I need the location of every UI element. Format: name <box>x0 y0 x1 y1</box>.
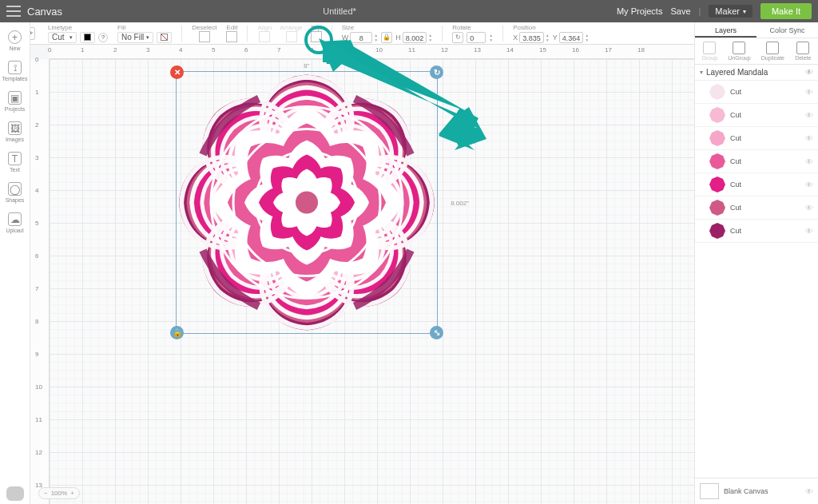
leftbar-item-text[interactable]: TText <box>0 147 30 176</box>
ruler-tick: 16 <box>572 46 579 54</box>
group-button[interactable]: Group <box>702 42 717 61</box>
linetype-label: Linetype <box>48 24 72 31</box>
fill-select[interactable]: No Fill▾ <box>117 32 153 43</box>
leftbar-item-projects[interactable]: ▣Projects <box>0 86 30 115</box>
layer-op: Cut <box>730 204 741 212</box>
tab-layers[interactable]: Layers <box>695 22 756 38</box>
rotate-input[interactable]: 0 <box>467 32 486 43</box>
mandala-artwork[interactable] <box>176 71 438 334</box>
text-icon: T <box>8 152 22 165</box>
layer-thumb <box>709 84 725 100</box>
position-group: Position X3.835▲▼ Y4.364▲▼ <box>513 24 589 43</box>
select-group: Deselect Edit <box>192 24 237 42</box>
visibility-icon[interactable] <box>805 204 813 212</box>
ruler-tick: 18 <box>637 46 645 54</box>
ruler-tick: 1 <box>81 46 84 54</box>
leftbar-item-images[interactable]: 🖼Images <box>0 117 30 145</box>
tab-colorsync[interactable]: Color Sync <box>756 22 818 38</box>
annotation-circle <box>304 26 333 54</box>
align-button[interactable] <box>259 31 270 42</box>
ruler-tick: 13 <box>474 46 481 54</box>
deselect-button[interactable] <box>199 31 210 42</box>
visibility-icon[interactable] <box>805 157 813 166</box>
layer-thumb <box>709 130 725 146</box>
size-label: Size <box>342 24 355 31</box>
leftbar-item-templates[interactable]: ⟟Templates <box>0 56 30 85</box>
zoom-out-button[interactable]: − <box>44 490 48 497</box>
chevron-down-icon: ▾ <box>743 8 746 15</box>
layer-row[interactable]: Cut <box>695 173 818 196</box>
layer-row[interactable]: Cut <box>695 127 818 150</box>
linetype-color[interactable] <box>80 32 95 43</box>
make-it-button[interactable]: Make It <box>760 3 812 19</box>
device-selector[interactable]: Maker ▾ <box>709 5 752 18</box>
ruler-tick: 11 <box>408 46 415 54</box>
layer-group-header[interactable]: ▾ Layered Mandala <box>695 65 818 81</box>
layer-op: Cut <box>730 181 741 189</box>
delete-button[interactable]: Delete <box>795 42 811 61</box>
save-link[interactable]: Save <box>670 6 690 16</box>
duplicate-button[interactable]: Duplicate <box>761 42 784 61</box>
arrange-button[interactable] <box>286 31 297 42</box>
width-input[interactable]: 8 <box>350 32 372 43</box>
rotate-icon[interactable]: ↻ <box>452 32 463 43</box>
visibility-icon[interactable] <box>805 134 813 143</box>
edit-button[interactable] <box>226 31 237 42</box>
rotate-group: Rotate ↻ 0▲▼ <box>452 24 493 43</box>
visibility-icon[interactable] <box>805 111 813 120</box>
zoom-in-button[interactable]: + <box>70 490 74 497</box>
blank-canvas-swatch <box>700 483 719 499</box>
projects-icon: ▣ <box>8 91 22 105</box>
ruler-tick: 10 <box>375 46 383 54</box>
leftbar-item-shapes[interactable]: ◯Shapes <box>0 177 30 206</box>
ruler-tick: 12 <box>35 449 42 456</box>
shapes-icon: ◯ <box>8 182 22 196</box>
layer-row[interactable]: Cut <box>695 220 818 243</box>
ruler-tick: 5 <box>212 46 215 54</box>
menu-icon[interactable] <box>6 6 21 17</box>
canvas-grid[interactable]: 8" 8.002" ✕ ↻ 🔒 ⤡ <box>50 59 694 504</box>
leftbar-item-new[interactable]: +New <box>0 26 30 54</box>
height-input[interactable]: 8.002 <box>403 32 427 43</box>
ruler-tick: 2 <box>35 121 38 129</box>
images-icon: 🖼 <box>8 121 22 135</box>
document-title: Untitled* <box>69 6 610 16</box>
layer-op: Cut <box>730 88 741 96</box>
ruler-tick: 4 <box>35 187 38 194</box>
size-group: Size W8▲▼ 🔒 H8.002▲▼ <box>342 24 432 43</box>
lock-aspect-icon[interactable]: 🔒 <box>381 32 392 43</box>
layer-row[interactable]: Cut <box>695 81 818 104</box>
zoom-value: 100% <box>51 490 67 497</box>
top-bar: Canvas Untitled* My Projects Save | Make… <box>0 0 818 22</box>
my-projects-link[interactable]: My Projects <box>617 6 662 16</box>
question-icon[interactable]: ? <box>98 33 108 42</box>
ruler-tick: 6 <box>35 252 38 260</box>
layer-thumb <box>709 107 725 123</box>
visibility-icon[interactable] <box>805 88 813 97</box>
layer-thumb <box>709 223 725 239</box>
layer-row[interactable]: Cut <box>695 150 818 173</box>
fill-color[interactable] <box>157 32 172 43</box>
device-label: Maker <box>715 6 740 16</box>
rotate-label: Rotate <box>452 24 471 31</box>
caret-down-icon: ▾ <box>700 69 703 76</box>
ruler-tick: 6 <box>244 46 248 54</box>
linetype-select[interactable]: Cut▾ <box>48 32 77 43</box>
layer-row[interactable]: Cut <box>695 104 818 127</box>
zoom-control[interactable]: − 100% + <box>38 487 80 499</box>
hide-canvas-icon[interactable] <box>805 487 813 496</box>
svg-point-1 <box>296 192 318 214</box>
visibility-icon[interactable] <box>805 181 813 189</box>
blank-canvas-row[interactable]: Blank Canvas <box>695 478 818 504</box>
visibility-icon[interactable] <box>805 68 813 77</box>
x-input[interactable]: 3.835 <box>519 32 544 43</box>
ruler-tick: 9 <box>343 46 346 54</box>
y-input[interactable]: 4.364 <box>559 32 584 43</box>
leftbar-item-upload[interactable]: ☁Upload <box>0 208 30 236</box>
ungroup-button[interactable]: UnGroup <box>728 42 750 61</box>
layer-row[interactable]: Cut <box>695 196 818 220</box>
visibility-icon[interactable] <box>805 227 813 236</box>
canvas-area[interactable]: 0123456789101112131415161718 01234567891… <box>30 45 694 504</box>
feedback-bubble-icon[interactable] <box>6 486 24 501</box>
layer-thumb <box>709 200 725 216</box>
